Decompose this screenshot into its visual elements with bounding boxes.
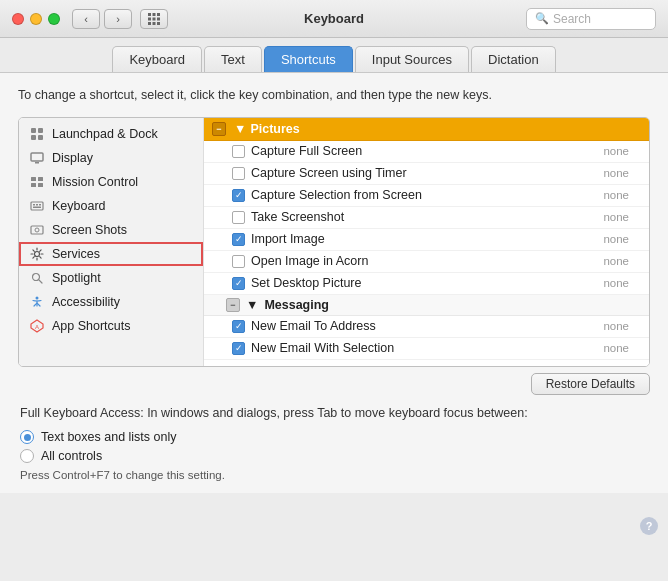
svg-rect-16 xyxy=(38,177,43,181)
sidebar-item-spotlight[interactable]: Spotlight xyxy=(19,266,203,290)
shortcut-label-import-image: Import Image xyxy=(251,232,597,246)
shortcut-row-new-email-address[interactable]: New Email To Address none xyxy=(204,316,649,338)
grid-button[interactable] xyxy=(140,9,168,29)
spotlight-icon xyxy=(29,270,45,286)
triangle-messaging-icon: ▼ xyxy=(246,298,258,312)
checkbox-capture-timer[interactable] xyxy=(232,167,245,180)
forward-button[interactable]: › xyxy=(104,9,132,29)
minimize-button[interactable] xyxy=(30,13,42,25)
svg-rect-10 xyxy=(38,128,43,133)
help-button[interactable]: ? xyxy=(640,517,658,535)
messaging-collapse-button[interactable]: − xyxy=(226,298,240,312)
sidebar-item-mission-control[interactable]: Mission Control xyxy=(19,170,203,194)
shortcut-row-capture-selection[interactable]: Capture Selection from Screen none xyxy=(204,185,649,207)
shortcut-row-new-email-selection[interactable]: New Email With Selection none xyxy=(204,338,649,360)
radio-outer-all-controls[interactable] xyxy=(20,449,34,463)
svg-rect-1 xyxy=(153,13,156,16)
tab-dictation[interactable]: Dictation xyxy=(471,46,556,72)
app-shortcuts-icon: A xyxy=(29,318,45,334)
shortcut-value-new-email-selection: none xyxy=(603,342,629,354)
shortcut-row-open-acorn[interactable]: Open Image in Acorn none xyxy=(204,251,649,273)
svg-point-25 xyxy=(35,228,39,232)
window-title: Keyboard xyxy=(304,11,364,26)
checkbox-capture-full[interactable] xyxy=(232,145,245,158)
tab-shortcuts[interactable]: Shortcuts xyxy=(264,46,353,72)
shortcut-value-new-email-address: none xyxy=(603,320,629,332)
sidebar-label-launchpad: Launchpad & Dock xyxy=(52,127,158,141)
sidebar-item-keyboard[interactable]: Keyboard xyxy=(19,194,203,218)
svg-rect-9 xyxy=(31,128,36,133)
windows-icon xyxy=(29,174,45,190)
sidebar-label-display: Display xyxy=(52,151,93,165)
svg-rect-12 xyxy=(38,135,43,140)
svg-rect-20 xyxy=(33,204,35,206)
triangle-icon: ▼ xyxy=(234,122,246,136)
svg-rect-7 xyxy=(153,22,156,25)
shortcut-label-capture-selection: Capture Selection from Screen xyxy=(251,188,597,202)
sidebar-item-screenshots[interactable]: Screen Shots xyxy=(19,218,203,242)
content-area: To change a shortcut, select it, click t… xyxy=(0,73,668,493)
svg-rect-24 xyxy=(31,226,43,234)
checkbox-import-image[interactable] xyxy=(232,233,245,246)
tab-keyboard[interactable]: Keyboard xyxy=(112,46,202,72)
shortcuts-panel: Launchpad & Dock Display xyxy=(18,117,650,367)
svg-line-28 xyxy=(39,279,43,283)
radio-outer-text-boxes[interactable] xyxy=(20,430,34,444)
screenshot-icon xyxy=(29,222,45,238)
shortcut-row-capture-full[interactable]: Capture Full Screen none xyxy=(204,141,649,163)
sidebar-item-display[interactable]: Display xyxy=(19,146,203,170)
sidebar-item-services[interactable]: Services xyxy=(19,242,203,266)
checkbox-take-screenshot[interactable] xyxy=(232,211,245,224)
svg-rect-4 xyxy=(153,17,156,20)
sidebar-label-mission-control: Mission Control xyxy=(52,175,138,189)
radio-text-boxes[interactable]: Text boxes and lists only xyxy=(20,430,648,444)
tab-text[interactable]: Text xyxy=(204,46,262,72)
radio-all-controls[interactable]: All controls xyxy=(20,449,648,463)
shortcut-label-set-desktop: Set Desktop Picture xyxy=(251,276,597,290)
shortcut-label-take-screenshot: Take Screenshot xyxy=(251,210,597,224)
svg-rect-17 xyxy=(31,183,36,187)
sidebar-label-keyboard: Keyboard xyxy=(52,199,106,213)
shortcut-label-new-email-selection: New Email With Selection xyxy=(251,341,597,355)
search-box[interactable]: 🔍 Search xyxy=(526,8,656,30)
checkbox-set-desktop[interactable] xyxy=(232,277,245,290)
sidebar-label-spotlight: Spotlight xyxy=(52,271,101,285)
pictures-header[interactable]: − ▼ Pictures xyxy=(204,118,649,141)
back-button[interactable]: ‹ xyxy=(72,9,100,29)
shortcut-label-open-acorn: Open Image in Acorn xyxy=(251,254,597,268)
shortcut-row-take-screenshot[interactable]: Take Screenshot none xyxy=(204,207,649,229)
checkbox-new-email-selection[interactable] xyxy=(232,342,245,355)
titlebar: ‹ › Keyboard 🔍 Search xyxy=(0,0,668,38)
traffic-lights xyxy=(12,13,60,25)
shortcut-row-set-desktop[interactable]: Set Desktop Picture none xyxy=(204,273,649,295)
sidebar-item-app-shortcuts[interactable]: A App Shortcuts xyxy=(19,314,203,338)
shortcut-value-capture-timer: none xyxy=(603,167,629,179)
checkbox-open-acorn[interactable] xyxy=(232,255,245,268)
shortcut-value-open-acorn: none xyxy=(603,255,629,267)
shortcut-value-take-screenshot: none xyxy=(603,211,629,223)
instruction-text: To change a shortcut, select it, click t… xyxy=(18,87,650,105)
messaging-header[interactable]: − ▼ Messaging xyxy=(204,295,649,316)
close-button[interactable] xyxy=(12,13,24,25)
sidebar-item-launchpad[interactable]: Launchpad & Dock xyxy=(19,122,203,146)
svg-rect-6 xyxy=(148,22,151,25)
svg-rect-23 xyxy=(33,206,41,208)
shortcut-label-capture-timer: Capture Screen using Timer xyxy=(251,166,597,180)
shortcut-row-import-image[interactable]: Import Image none xyxy=(204,229,649,251)
pictures-label: Pictures xyxy=(250,122,299,136)
maximize-button[interactable] xyxy=(48,13,60,25)
collapse-button[interactable]: − xyxy=(212,122,226,136)
checkbox-new-email-address[interactable] xyxy=(232,320,245,333)
sidebar-item-accessibility[interactable]: Accessibility xyxy=(19,290,203,314)
sidebar-label-services: Services xyxy=(52,247,100,261)
shortcut-value-import-image: none xyxy=(603,233,629,245)
checkbox-capture-selection[interactable] xyxy=(232,189,245,202)
shortcut-row-capture-timer[interactable]: Capture Screen using Timer none xyxy=(204,163,649,185)
sidebar-label-screenshots: Screen Shots xyxy=(52,223,127,237)
restore-defaults-button[interactable]: Restore Defaults xyxy=(531,373,650,395)
nav-buttons: ‹ › xyxy=(72,9,132,29)
svg-rect-8 xyxy=(157,22,160,25)
tab-input-sources[interactable]: Input Sources xyxy=(355,46,469,72)
accessibility-icon xyxy=(29,294,45,310)
sidebar-label-app-shortcuts: App Shortcuts xyxy=(52,319,131,333)
